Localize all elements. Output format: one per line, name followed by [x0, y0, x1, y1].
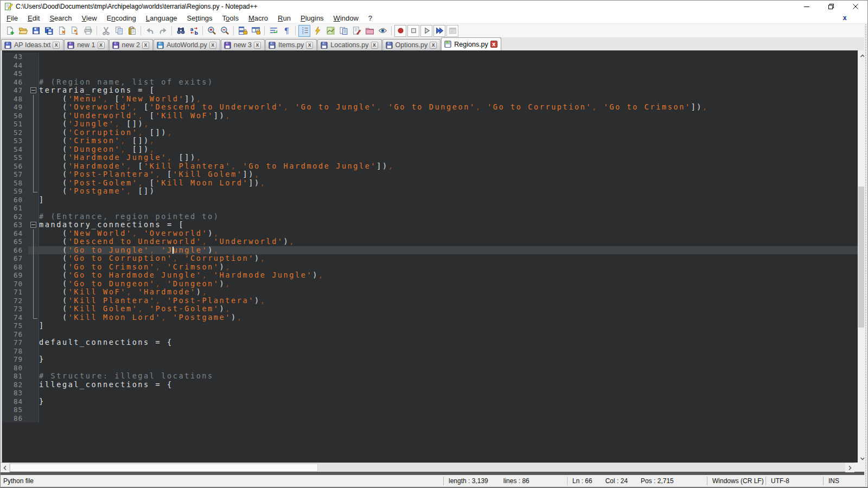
- code-text[interactable]: }: [39, 397, 858, 406]
- code-text[interactable]: ('Descend to Underworld', 'Underworld'),: [39, 237, 858, 246]
- zoom-in-button[interactable]: [206, 25, 218, 37]
- scroll-right-button[interactable]: [845, 463, 854, 472]
- code-text[interactable]: [39, 414, 858, 423]
- code-text[interactable]: # (Region name, list of exits): [39, 78, 858, 87]
- code-text[interactable]: ('Underworld', ['Kill WoF']),: [39, 112, 858, 120]
- menu-language[interactable]: Language: [141, 13, 182, 23]
- line-number[interactable]: 70: [2, 280, 28, 288]
- line-number[interactable]: 44: [2, 61, 28, 70]
- line-number[interactable]: 77: [2, 338, 28, 347]
- line-number[interactable]: 47: [2, 86, 28, 95]
- line-number[interactable]: 74: [2, 313, 28, 322]
- tab-locations-py[interactable]: Locations.pyx: [317, 39, 381, 50]
- code-text[interactable]: ('Kill WoF', 'Hardmode'),: [39, 288, 858, 297]
- line-number[interactable]: 57: [2, 170, 28, 179]
- lightning-button[interactable]: [311, 25, 323, 37]
- document-map-button[interactable]: [324, 25, 336, 37]
- code-text[interactable]: ('Go to Crimson', 'Crimson'),: [39, 263, 858, 272]
- sync-vertical-button[interactable]: [237, 25, 248, 37]
- code-text[interactable]: ('Go to Dungeon', 'Dungeon'),: [39, 280, 858, 288]
- code-text[interactable]: ('Overworld', ['Descend to Underworld', …: [39, 103, 858, 112]
- line-number[interactable]: 55: [2, 153, 28, 162]
- code-text[interactable]: ]: [39, 196, 858, 204]
- stop-macro-button[interactable]: [407, 25, 419, 37]
- line-number[interactable]: 75: [2, 322, 28, 330]
- statusbar-typing-mode[interactable]: INS: [823, 477, 867, 485]
- line-number[interactable]: 85: [2, 406, 28, 414]
- code-text[interactable]: ('Kill Plantera', 'Post-Plantera'),: [39, 297, 858, 305]
- indent-guide-button[interactable]: [298, 25, 310, 37]
- line-number[interactable]: 71: [2, 288, 28, 297]
- cut-button[interactable]: [100, 25, 112, 37]
- line-number[interactable]: 49: [2, 103, 28, 112]
- code-text[interactable]: [39, 330, 858, 339]
- tab-autoworld-py[interactable]: AutoWorld.pyx: [154, 39, 220, 50]
- menu-run[interactable]: Run: [273, 13, 296, 23]
- record-macro-button[interactable]: [394, 25, 406, 37]
- code-text[interactable]: [39, 61, 858, 70]
- line-number[interactable]: 46: [2, 78, 28, 87]
- menu-search[interactable]: Search: [44, 13, 76, 23]
- close-all-button[interactable]: [69, 25, 81, 37]
- code-text[interactable]: ('Go to Corruption', 'Corruption'),: [39, 254, 858, 263]
- code-text[interactable]: [39, 406, 858, 414]
- line-number[interactable]: 50: [2, 112, 28, 120]
- menu-macro[interactable]: Macro: [244, 13, 273, 23]
- code-text[interactable]: ('Kill Golem', 'Post-Golem'),: [39, 305, 858, 313]
- code-text[interactable]: mandatory_connections = [: [39, 221, 858, 229]
- new-file-button[interactable]: [4, 25, 16, 37]
- restore-button[interactable]: [819, 1, 843, 12]
- find-button[interactable]: [175, 25, 187, 37]
- line-number[interactable]: 61: [2, 204, 28, 213]
- line-number[interactable]: 53: [2, 137, 28, 145]
- code-text[interactable]: ('Go to Hardmode Jungle', 'Hardmode Jung…: [39, 271, 858, 280]
- fold-collapse-icon[interactable]: [28, 86, 39, 95]
- tab-close-icon[interactable]: x: [490, 41, 497, 48]
- line-number[interactable]: 65: [2, 237, 28, 246]
- line-number[interactable]: 79: [2, 355, 28, 364]
- code-text[interactable]: [39, 53, 858, 61]
- doc-switcher-button[interactable]: [337, 25, 349, 37]
- word-wrap-button[interactable]: [267, 25, 279, 37]
- menu-help[interactable]: ?: [363, 13, 377, 23]
- open-file-button[interactable]: [17, 25, 29, 37]
- code-text[interactable]: ('Dungeon', []),: [39, 145, 858, 154]
- close-button[interactable]: [56, 25, 68, 37]
- tab-close-icon[interactable]: x: [209, 42, 216, 49]
- code-text[interactable]: terraria_regions = [: [39, 86, 858, 95]
- code-text[interactable]: [39, 204, 858, 213]
- tab-options-py[interactable]: Options.pyx: [382, 39, 441, 50]
- code-text[interactable]: # (Entrance, region pointed to): [39, 213, 858, 221]
- line-number[interactable]: 72: [2, 297, 28, 305]
- redo-button[interactable]: [157, 25, 169, 37]
- line-number[interactable]: 69: [2, 271, 28, 280]
- menu-edit[interactable]: Edit: [23, 13, 44, 23]
- line-number[interactable]: 78: [2, 347, 28, 356]
- code-text[interactable]: [39, 347, 858, 356]
- menu-view[interactable]: View: [77, 13, 102, 23]
- menu-window[interactable]: Window: [329, 13, 363, 23]
- sync-horizontal-button[interactable]: [250, 25, 261, 37]
- line-number[interactable]: 84: [2, 397, 28, 406]
- menu-tools[interactable]: Tools: [218, 13, 244, 23]
- tab-items-py[interactable]: Items.pyx: [265, 39, 317, 50]
- code-text[interactable]: [39, 389, 858, 397]
- code-text[interactable]: ('Kill Moon Lord', 'Postgame'),: [39, 313, 858, 322]
- code-text[interactable]: ('Corruption', []),: [39, 129, 858, 137]
- paste-button[interactable]: [126, 25, 138, 37]
- horizontal-scrollbar-thumb[interactable]: [10, 464, 318, 472]
- line-number[interactable]: 48: [2, 95, 28, 104]
- line-number[interactable]: 86: [2, 414, 28, 423]
- statusbar-eol-format[interactable]: Windows (CR LF): [707, 477, 765, 485]
- save-all-button[interactable]: [43, 25, 55, 37]
- editor-area[interactable]: 43444546# (Region name, list of exits)47…: [1, 50, 867, 463]
- code-text[interactable]: }: [39, 355, 858, 364]
- code-text[interactable]: illegal_connections = {: [39, 381, 858, 389]
- code-text[interactable]: ('Post-Plantera', ['Kill Golem']),: [39, 170, 858, 179]
- print-button[interactable]: [82, 25, 94, 37]
- line-number[interactable]: 54: [2, 145, 28, 154]
- menu-file[interactable]: File: [2, 13, 23, 23]
- menu-plugins[interactable]: Plugins: [296, 13, 329, 23]
- line-number[interactable]: 60: [2, 196, 28, 204]
- minimize-button[interactable]: [794, 1, 819, 12]
